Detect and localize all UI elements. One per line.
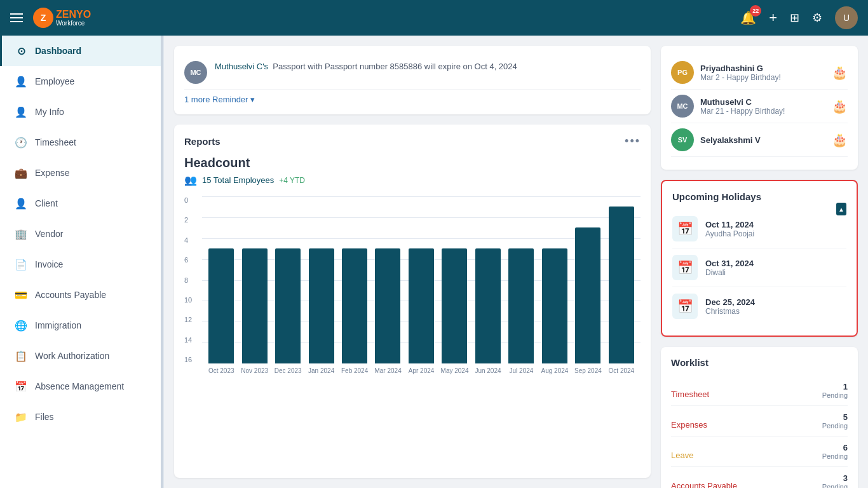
bday-avatar: PG	[671, 61, 694, 84]
bday-info: Muthuselvi C Mar 21 - Happy Birthday!	[700, 97, 825, 116]
sidebar-item-accounts-payable[interactable]: 💳 Accounts Payable	[0, 280, 163, 310]
main-layout: ⊙ Dashboard 👤 Employee 👤 My Info 🕐 Times…	[0, 36, 868, 488]
headcount-title: Headcount	[184, 156, 641, 170]
sidebar-item-myinfo[interactable]: 👤 My Info	[0, 97, 163, 127]
calendar-icon: 📅	[672, 216, 698, 241]
expense-icon: 💼	[15, 166, 27, 179]
bday-name: Muthuselvi C	[700, 97, 825, 107]
chart-bar[interactable]	[275, 248, 301, 363]
settings-icon[interactable]: ⚙	[812, 11, 822, 25]
main-content: MC Muthuselvi C's Passport with Passport…	[164, 36, 868, 488]
sidebar-item-timesheet[interactable]: 🕐 Timesheet	[0, 127, 163, 158]
y-axis: 16 14 12 10 8 6 4 2 0	[184, 196, 202, 363]
sidebar-item-employee[interactable]: 👤 Employee	[0, 66, 163, 97]
sidebar-label-accounts-payable: Accounts Payable	[35, 290, 106, 300]
sidebar-item-files[interactable]: 📁 Files	[0, 402, 163, 432]
headcount-subtitle: 👥 15 Total Employees +4 YTD	[184, 174, 641, 186]
sidebar-item-dashboard[interactable]: ⊙ Dashboard	[0, 36, 163, 66]
worklist-timesheet-link[interactable]: Timesheet	[671, 390, 709, 399]
bday-avatar: SV	[671, 128, 694, 151]
reports-menu[interactable]: •••	[625, 135, 641, 148]
holiday-date: Dec 25, 2024	[705, 297, 755, 307]
worklist-count: 1	[822, 382, 848, 391]
holiday-item: 📅 Oct 11, 2024 Ayudha Poojai	[672, 210, 846, 248]
sidebar-label-myinfo: My Info	[35, 107, 64, 117]
grid-icon[interactable]: ⊞	[790, 11, 799, 25]
sidebar-item-client[interactable]: 👤 Client	[0, 188, 163, 219]
logo-zenyo: ZENYO	[56, 9, 91, 20]
birthday-item: MC Muthuselvi C Mar 21 - Happy Birthday!…	[671, 90, 848, 123]
worklist-expenses-link[interactable]: Expenses	[671, 420, 707, 430]
sidebar-label-dashboard: Dashboard	[35, 46, 81, 56]
x-axis-label: Jan 2024	[304, 367, 337, 374]
sidebar-label-immigration: Immigration	[35, 320, 81, 330]
chart-bar[interactable]	[508, 248, 534, 363]
worklist-ap-link[interactable]: Accounts Payable	[671, 481, 737, 488]
notification-button[interactable]: 🔔 22	[740, 10, 756, 25]
chart-bar[interactable]	[609, 207, 634, 363]
reminders-card: MC Muthuselvi C's Passport with Passport…	[174, 46, 651, 114]
bday-date: Mar 2 - Happy Birthday!	[700, 73, 825, 82]
employees-icon: 👥	[184, 174, 197, 186]
holiday-name: Christmas	[705, 307, 755, 316]
bday-info: Selyalakshmi V	[700, 135, 825, 145]
holiday-date: Oct 11, 2024	[705, 220, 754, 229]
sidebar-item-immigration[interactable]: 🌐 Immigration	[0, 310, 163, 341]
worklist-status: Pending	[822, 422, 848, 430]
worklist-count: 5	[822, 412, 848, 422]
sidebar-resizer[interactable]	[161, 36, 163, 488]
hamburger-menu[interactable]	[10, 13, 23, 22]
more-reminder-link[interactable]: 1 more Reminder ▾	[184, 95, 641, 104]
worklist-item: Accounts Payable 3 Pending	[671, 467, 848, 488]
chart-bar[interactable]	[475, 248, 501, 363]
sidebar-item-absence-management[interactable]: 📅 Absence Management	[0, 371, 163, 402]
x-axis-label: Nov 2023	[238, 367, 271, 374]
bday-avatar: MC	[671, 95, 694, 118]
bars-container	[202, 196, 641, 363]
nav-left: Z ZENYO Workforce	[10, 8, 91, 28]
x-axis-label: Oct 2024	[605, 367, 638, 374]
sidebar-item-expense[interactable]: 💼 Expense	[0, 158, 163, 188]
holiday-item: 📅 Dec 25, 2024 Christmas	[672, 287, 846, 325]
x-axis-label: Jun 2024	[471, 367, 505, 374]
birthday-item: SV Selyalakshmi V 🎂	[671, 123, 848, 157]
sidebar-item-vendor[interactable]: 🏢 Vendor	[0, 219, 163, 249]
sidebar-item-work-authorization[interactable]: 📋 Work Authorization	[0, 341, 163, 371]
ytd-badge: +4 YTD	[279, 176, 305, 185]
myinfo-icon: 👤	[15, 105, 27, 118]
worklist-status: Pending	[822, 391, 848, 399]
chart-bar[interactable]	[442, 248, 467, 363]
sidebar-item-invoice[interactable]: 📄 Invoice	[0, 249, 163, 280]
worklist-item: Expenses 5 Pending	[671, 406, 848, 437]
sidebar-label-work-authorization: Work Authorization	[35, 351, 109, 361]
chart-bar[interactable]	[542, 248, 567, 363]
x-axis-label: Aug 2024	[538, 367, 571, 374]
chart-bar[interactable]	[242, 248, 268, 363]
holiday-name: Ayudha Poojai	[705, 229, 754, 238]
immigration-icon: 🌐	[15, 319, 27, 332]
chart-bar[interactable]	[375, 248, 400, 363]
worklist-leave-link[interactable]: Leave	[671, 451, 693, 460]
scroll-up-button[interactable]: ▲	[836, 203, 846, 215]
chart-area: 16 14 12 10 8 6 4 2 0	[184, 196, 641, 374]
chart-bar[interactable]	[342, 248, 367, 363]
chart-bar[interactable]	[208, 248, 234, 363]
left-panel: MC Muthuselvi C's Passport with Passport…	[174, 46, 651, 478]
x-axis-label: Feb 2024	[338, 367, 371, 374]
total-employees: 15 Total Employees	[202, 175, 274, 185]
user-avatar[interactable]: U	[835, 6, 858, 29]
chart-bar[interactable]	[309, 248, 334, 363]
dashboard-icon: ⊙	[15, 44, 27, 57]
reports-card: Reports ••• Headcount 👥 15 Total Employe…	[174, 125, 651, 478]
notification-badge: 22	[750, 5, 761, 17]
worklist-status: Pending	[822, 483, 848, 488]
chart-bar[interactable]	[409, 248, 434, 363]
chart-bar[interactable]	[575, 227, 600, 363]
calendar-icon: 📅	[672, 294, 698, 319]
logo-workforce: Workforce	[56, 20, 91, 27]
add-button[interactable]: +	[769, 10, 777, 26]
employee-icon: 👤	[15, 75, 27, 88]
bday-name: Priyadhashini G	[700, 64, 825, 73]
nav-right: 🔔 22 + ⊞ ⚙ U	[740, 6, 858, 29]
chart-grid: 16 14 12 10 8 6 4 2 0	[184, 196, 641, 363]
